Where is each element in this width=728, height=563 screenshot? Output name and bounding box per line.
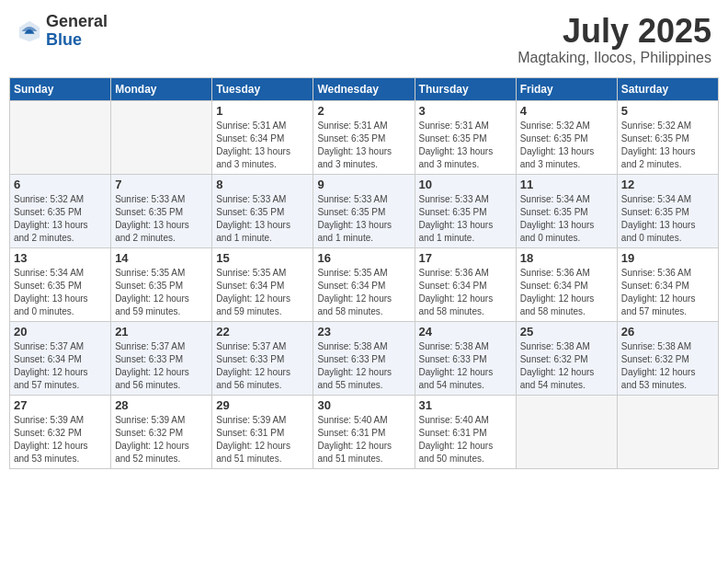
day-detail: Sunrise: 5:34 AM Sunset: 6:35 PM Dayligh… <box>621 193 714 245</box>
day-detail: Sunrise: 5:40 AM Sunset: 6:31 PM Dayligh… <box>419 414 512 465</box>
calendar-table: SundayMondayTuesdayWednesdayThursdayFrid… <box>9 77 719 469</box>
day-number: 17 <box>419 251 512 265</box>
day-number: 26 <box>621 325 714 339</box>
day-detail: Sunrise: 5:37 AM Sunset: 6:33 PM Dayligh… <box>216 340 309 392</box>
day-detail: Sunrise: 5:32 AM Sunset: 6:35 PM Dayligh… <box>14 193 107 245</box>
day-number: 9 <box>317 178 410 191</box>
calendar-cell: 10Sunrise: 5:33 AM Sunset: 6:35 PM Dayli… <box>415 174 516 247</box>
calendar-cell: 18Sunrise: 5:36 AM Sunset: 6:34 PM Dayli… <box>516 247 617 321</box>
calendar-header-row: SundayMondayTuesdayWednesdayThursdayFrid… <box>10 77 719 100</box>
calendar-cell <box>617 395 718 468</box>
day-detail: Sunrise: 5:35 AM Sunset: 6:35 PM Dayligh… <box>115 267 208 318</box>
day-number: 19 <box>621 251 714 265</box>
day-number: 23 <box>317 325 410 339</box>
day-number: 30 <box>317 398 410 412</box>
day-detail: Sunrise: 5:39 AM Sunset: 6:31 PM Dayligh… <box>216 414 309 465</box>
day-detail: Sunrise: 5:37 AM Sunset: 6:33 PM Dayligh… <box>115 340 208 392</box>
location-title: Magtaking, Ilocos, Philippines <box>518 50 711 66</box>
calendar-cell: 7Sunrise: 5:33 AM Sunset: 6:35 PM Daylig… <box>111 174 212 247</box>
day-number: 31 <box>419 398 512 412</box>
column-header-saturday: Saturday <box>617 77 718 100</box>
calendar-cell: 26Sunrise: 5:38 AM Sunset: 6:32 PM Dayli… <box>617 321 718 395</box>
calendar-cell: 31Sunrise: 5:40 AM Sunset: 6:31 PM Dayli… <box>415 395 516 468</box>
day-number: 7 <box>115 178 208 191</box>
calendar-cell: 15Sunrise: 5:35 AM Sunset: 6:34 PM Dayli… <box>212 247 313 321</box>
calendar-cell: 22Sunrise: 5:37 AM Sunset: 6:33 PM Dayli… <box>212 321 313 395</box>
calendar-cell: 24Sunrise: 5:38 AM Sunset: 6:33 PM Dayli… <box>415 321 516 395</box>
column-header-friday: Friday <box>516 77 617 100</box>
day-number: 22 <box>216 325 309 339</box>
day-number: 1 <box>216 104 309 118</box>
day-number: 6 <box>14 178 107 191</box>
day-detail: Sunrise: 5:36 AM Sunset: 6:34 PM Dayligh… <box>621 267 714 318</box>
column-header-tuesday: Tuesday <box>212 77 313 100</box>
day-number: 4 <box>520 104 613 118</box>
calendar-cell: 3Sunrise: 5:31 AM Sunset: 6:35 PM Daylig… <box>415 100 516 174</box>
day-detail: Sunrise: 5:35 AM Sunset: 6:34 PM Dayligh… <box>317 267 410 318</box>
calendar-cell: 1Sunrise: 5:31 AM Sunset: 6:34 PM Daylig… <box>212 100 313 174</box>
day-detail: Sunrise: 5:32 AM Sunset: 6:35 PM Dayligh… <box>621 120 714 171</box>
day-detail: Sunrise: 5:34 AM Sunset: 6:35 PM Dayligh… <box>520 193 613 245</box>
day-detail: Sunrise: 5:38 AM Sunset: 6:33 PM Dayligh… <box>317 340 410 392</box>
logo-icon <box>17 18 42 44</box>
calendar-cell: 16Sunrise: 5:35 AM Sunset: 6:34 PM Dayli… <box>313 247 415 321</box>
day-detail: Sunrise: 5:38 AM Sunset: 6:33 PM Dayligh… <box>419 340 512 392</box>
calendar-cell: 13Sunrise: 5:34 AM Sunset: 6:35 PM Dayli… <box>10 247 111 321</box>
day-number: 8 <box>216 178 309 191</box>
logo-general: General <box>46 13 108 31</box>
day-detail: Sunrise: 5:40 AM Sunset: 6:31 PM Dayligh… <box>317 414 410 465</box>
day-number: 16 <box>317 251 410 265</box>
calendar-cell: 27Sunrise: 5:39 AM Sunset: 6:32 PM Dayli… <box>10 395 111 468</box>
calendar-cell: 2Sunrise: 5:31 AM Sunset: 6:35 PM Daylig… <box>313 100 415 174</box>
column-header-thursday: Thursday <box>415 77 516 100</box>
calendar-cell: 28Sunrise: 5:39 AM Sunset: 6:32 PM Dayli… <box>111 395 212 468</box>
day-detail: Sunrise: 5:32 AM Sunset: 6:35 PM Dayligh… <box>520 120 613 171</box>
day-number: 20 <box>14 325 107 339</box>
day-detail: Sunrise: 5:33 AM Sunset: 6:35 PM Dayligh… <box>115 193 208 245</box>
day-detail: Sunrise: 5:31 AM Sunset: 6:35 PM Dayligh… <box>419 120 512 171</box>
month-title: July 2025 <box>518 13 711 50</box>
day-number: 10 <box>419 178 512 191</box>
title-block: July 2025 Magtaking, Ilocos, Philippines <box>518 13 711 66</box>
day-detail: Sunrise: 5:33 AM Sunset: 6:35 PM Dayligh… <box>317 193 410 245</box>
day-number: 13 <box>14 251 107 265</box>
logo: General Blue <box>17 13 108 50</box>
day-number: 14 <box>115 251 208 265</box>
day-detail: Sunrise: 5:31 AM Sunset: 6:34 PM Dayligh… <box>216 120 309 171</box>
day-number: 3 <box>419 104 512 118</box>
column-header-monday: Monday <box>111 77 212 100</box>
calendar-cell: 14Sunrise: 5:35 AM Sunset: 6:35 PM Dayli… <box>111 247 212 321</box>
day-number: 28 <box>115 398 208 412</box>
day-number: 21 <box>115 325 208 339</box>
day-number: 11 <box>520 178 613 191</box>
day-number: 12 <box>621 178 714 191</box>
calendar-week-row: 1Sunrise: 5:31 AM Sunset: 6:34 PM Daylig… <box>10 100 719 174</box>
column-header-wednesday: Wednesday <box>313 77 415 100</box>
calendar-cell <box>516 395 617 468</box>
calendar-cell <box>10 100 111 174</box>
calendar-cell: 21Sunrise: 5:37 AM Sunset: 6:33 PM Dayli… <box>111 321 212 395</box>
logo-blue: Blue <box>46 31 108 50</box>
calendar-cell: 20Sunrise: 5:37 AM Sunset: 6:34 PM Dayli… <box>10 321 111 395</box>
day-number: 27 <box>14 398 107 412</box>
day-detail: Sunrise: 5:31 AM Sunset: 6:35 PM Dayligh… <box>317 120 410 171</box>
day-number: 18 <box>520 251 613 265</box>
day-number: 2 <box>317 104 410 118</box>
calendar-week-row: 27Sunrise: 5:39 AM Sunset: 6:32 PM Dayli… <box>10 395 719 468</box>
day-detail: Sunrise: 5:39 AM Sunset: 6:32 PM Dayligh… <box>14 414 107 465</box>
page-header: General Blue July 2025 Magtaking, Ilocos… <box>9 9 719 70</box>
day-detail: Sunrise: 5:38 AM Sunset: 6:32 PM Dayligh… <box>520 340 613 392</box>
column-header-sunday: Sunday <box>10 77 111 100</box>
calendar-cell: 11Sunrise: 5:34 AM Sunset: 6:35 PM Dayli… <box>516 174 617 247</box>
day-detail: Sunrise: 5:38 AM Sunset: 6:32 PM Dayligh… <box>621 340 714 392</box>
day-detail: Sunrise: 5:33 AM Sunset: 6:35 PM Dayligh… <box>216 193 309 245</box>
calendar-cell: 29Sunrise: 5:39 AM Sunset: 6:31 PM Dayli… <box>212 395 313 468</box>
day-detail: Sunrise: 5:36 AM Sunset: 6:34 PM Dayligh… <box>419 267 512 318</box>
calendar-cell: 25Sunrise: 5:38 AM Sunset: 6:32 PM Dayli… <box>516 321 617 395</box>
calendar-week-row: 13Sunrise: 5:34 AM Sunset: 6:35 PM Dayli… <box>10 247 719 321</box>
day-detail: Sunrise: 5:36 AM Sunset: 6:34 PM Dayligh… <box>520 267 613 318</box>
day-detail: Sunrise: 5:37 AM Sunset: 6:34 PM Dayligh… <box>14 340 107 392</box>
calendar-cell: 23Sunrise: 5:38 AM Sunset: 6:33 PM Dayli… <box>313 321 415 395</box>
calendar-cell: 9Sunrise: 5:33 AM Sunset: 6:35 PM Daylig… <box>313 174 415 247</box>
day-number: 5 <box>621 104 714 118</box>
